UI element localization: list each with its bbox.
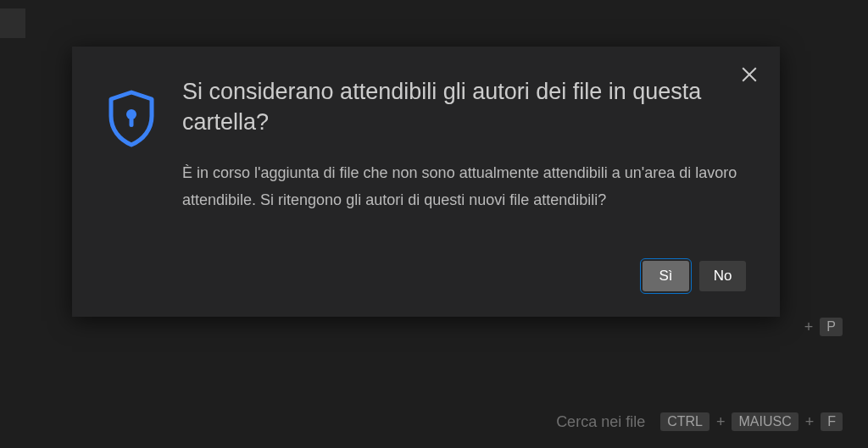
shield-icon: [106, 89, 157, 291]
plus-symbol: +: [805, 413, 815, 431]
yes-button[interactable]: Sì: [643, 261, 689, 291]
kbd-key: P: [820, 318, 843, 336]
plus-symbol: +: [804, 318, 814, 336]
hint-label: Cerca nei file: [556, 413, 645, 431]
close-icon[interactable]: [740, 65, 759, 84]
hint-row: + P: [804, 318, 843, 336]
bg-tab-fragment: [0, 8, 25, 38]
plus-symbol: +: [716, 413, 726, 431]
welcome-hints: + P Cerca nei file CTRL + MAIUSC + F: [556, 318, 843, 431]
svg-rect-1: [130, 116, 134, 127]
dialog-message: È in corso l'aggiunta di file che non so…: [182, 159, 746, 214]
kbd-key: MAIUSC: [732, 412, 798, 431]
no-button[interactable]: No: [699, 261, 746, 291]
trust-dialog: Si considerano attendibili gli autori de…: [72, 47, 780, 317]
dialog-title: Si considerano attendibili gli autori de…: [182, 76, 746, 138]
dialog-buttons: Sì No: [182, 261, 746, 291]
dialog-body: Si considerano attendibili gli autori de…: [182, 76, 746, 291]
kbd-key: CTRL: [660, 412, 709, 431]
kbd-key: F: [821, 412, 843, 431]
hint-row-search: Cerca nei file CTRL + MAIUSC + F: [556, 412, 843, 431]
